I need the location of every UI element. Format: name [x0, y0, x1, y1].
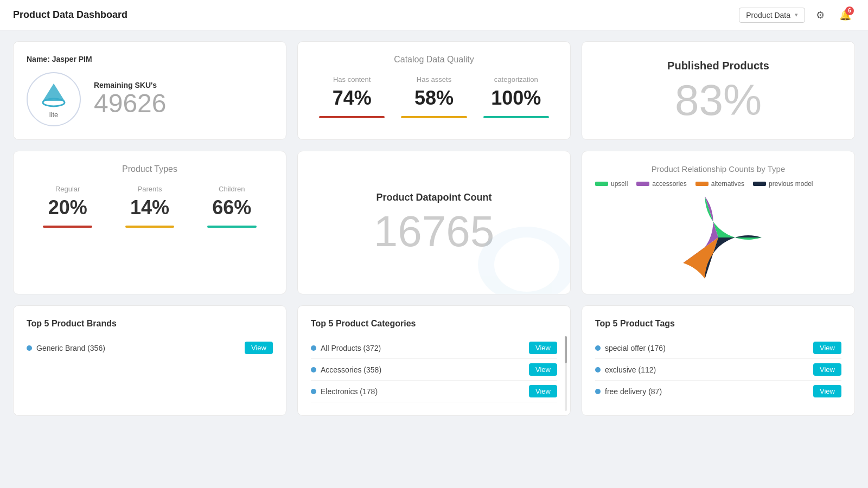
- quality-bar-assets: [401, 116, 467, 118]
- category-dot-2: [311, 389, 316, 394]
- quality-pct-categorization: 100%: [491, 87, 541, 110]
- quality-label-content: Has content: [333, 75, 371, 84]
- page-title: Product Data Dashboard: [13, 9, 127, 21]
- legend-upsell: upsell: [595, 180, 628, 188]
- previous-model-legend-color: [753, 182, 766, 186]
- type-pct-regular: 20%: [48, 196, 87, 219]
- tag-label-0: special offer (176): [605, 344, 666, 352]
- datapoint-title: Product Datapoint Count: [376, 192, 492, 203]
- type-bar-children: [207, 226, 257, 228]
- pie-chart: [675, 194, 762, 281]
- relationship-title: Product Relationship Counts by Type: [595, 164, 841, 174]
- jasper-logo-icon: [40, 80, 68, 108]
- sku-section: Remaining SKU's 49626: [94, 81, 166, 118]
- list-item: Generic Brand (356) View: [27, 337, 273, 358]
- quality-label-categorization: categorization: [494, 75, 538, 84]
- selector-label: Product Data: [746, 11, 790, 20]
- quality-bar-categorization: [483, 116, 549, 118]
- tag-view-button-2[interactable]: View: [813, 385, 841, 397]
- card-relationship: Product Relationship Counts by Type upse…: [582, 151, 855, 294]
- gear-icon: ⚙: [816, 9, 825, 21]
- notification-badge: 6: [845, 7, 854, 15]
- card-catalog-quality: Catalog Data Quality Has content 74% Has…: [297, 41, 571, 140]
- sku-value: 49626: [94, 89, 166, 118]
- category-view-button-0[interactable]: View: [529, 342, 557, 354]
- quality-columns: Has content 74% Has assets 58% categoriz…: [311, 75, 557, 118]
- quality-item-categorization: categorization 100%: [475, 75, 557, 118]
- card-top-categories: Top 5 Product Categories All Products (3…: [297, 305, 571, 416]
- brand-view-button[interactable]: View: [245, 342, 273, 354]
- list-item: All Products (372) View: [311, 337, 557, 359]
- type-label-parents: Parents: [138, 185, 162, 193]
- card-name-sku: Name: Jasper PIM lite Remaining SKU's 49…: [13, 41, 286, 140]
- tag-dot-1: [595, 367, 601, 373]
- category-item-left-2: Electronics (178): [311, 387, 378, 396]
- scrollbar-thumb[interactable]: [565, 336, 567, 363]
- category-view-button-1[interactable]: View: [529, 363, 557, 376]
- tag-view-button-1[interactable]: View: [813, 363, 841, 376]
- published-title: Published Products: [667, 60, 769, 72]
- category-item-left-0: All Products (372): [311, 344, 381, 352]
- tag-dot-2: [595, 389, 601, 394]
- alternatives-label: alternatives: [711, 180, 744, 188]
- tag-item-left-1: exclusive (112): [595, 365, 656, 374]
- card-product-types: Product Types Regular 20% Parents 14% Ch…: [13, 151, 286, 294]
- category-label-0: All Products (372): [321, 344, 381, 352]
- list-item: Accessories (358) View: [311, 359, 557, 381]
- list-item: free delivery (87) View: [595, 381, 841, 402]
- tag-label-1: exclusive (112): [605, 365, 656, 374]
- type-item-parents: Parents 14%: [108, 185, 190, 228]
- sku-label: Remaining SKU's: [94, 81, 157, 89]
- upsell-label: upsell: [611, 180, 628, 188]
- svg-point-3: [494, 237, 559, 292]
- pie-chart-container: [595, 194, 841, 281]
- accessories-label: accessories: [652, 180, 686, 188]
- quality-item-content: Has content 74%: [311, 75, 393, 118]
- datapoint-count: 16765: [374, 210, 494, 253]
- tags-title: Top 5 Product Tags: [595, 319, 841, 329]
- category-view-button-2[interactable]: View: [529, 385, 557, 397]
- brand-dot: [27, 345, 32, 351]
- relationship-legend: upsell accessories alternatives previous…: [595, 180, 841, 188]
- type-bar-regular: [43, 226, 92, 228]
- types-columns: Regular 20% Parents 14% Children 66%: [27, 185, 273, 228]
- list-item: special offer (176) View: [595, 337, 841, 359]
- settings-button[interactable]: ⚙: [810, 5, 830, 25]
- alternatives-legend-color: [695, 182, 709, 186]
- chevron-down-icon: ▾: [795, 11, 798, 18]
- brands-title: Top 5 Product Brands: [27, 319, 273, 329]
- catalog-title: Catalog Data Quality: [311, 55, 557, 65]
- categories-title: Top 5 Product Categories: [311, 319, 557, 329]
- type-pct-children: 66%: [212, 196, 251, 219]
- name-label: Name: Jasper PIM: [27, 55, 273, 63]
- legend-previous-model: previous model: [753, 180, 813, 188]
- type-bar-parents: [125, 226, 175, 228]
- notifications-button[interactable]: 🔔 6: [835, 5, 855, 25]
- header: Product Data Dashboard Product Data ▾ ⚙ …: [0, 0, 868, 30]
- category-dot-1: [311, 367, 316, 373]
- type-item-children: Children 66%: [191, 185, 273, 228]
- tag-item-left-2: free delivery (87): [595, 387, 662, 396]
- card-top-tags: Top 5 Product Tags special offer (176) V…: [582, 305, 855, 416]
- list-item: exclusive (112) View: [595, 359, 841, 381]
- quality-pct-assets: 58%: [414, 87, 454, 110]
- upsell-legend-color: [595, 182, 608, 186]
- legend-accessories: accessories: [636, 180, 686, 188]
- types-title: Product Types: [27, 164, 273, 174]
- list-item: Electronics (178) View: [311, 381, 557, 402]
- card-datapoint-count: Product Datapoint Count 16765: [297, 151, 571, 294]
- brand-label: Generic Brand (356): [36, 344, 105, 352]
- category-label-2: Electronics (178): [321, 387, 378, 396]
- tag-dot-0: [595, 345, 601, 351]
- accessories-legend-color: [636, 182, 649, 186]
- type-pct-parents: 14%: [130, 196, 169, 219]
- product-data-selector[interactable]: Product Data ▾: [739, 8, 805, 23]
- dashboard-grid: Name: Jasper PIM lite Remaining SKU's 49…: [0, 30, 868, 427]
- card-top-brands: Top 5 Product Brands Generic Brand (356)…: [13, 305, 286, 416]
- quality-item-assets: Has assets 58%: [393, 75, 475, 118]
- quality-label-assets: Has assets: [417, 75, 451, 84]
- brand-item-left: Generic Brand (356): [27, 344, 105, 352]
- scrollbar-track: [565, 336, 567, 411]
- header-controls: Product Data ▾ ⚙ 🔔 6: [739, 5, 855, 25]
- tag-view-button-0[interactable]: View: [813, 342, 841, 354]
